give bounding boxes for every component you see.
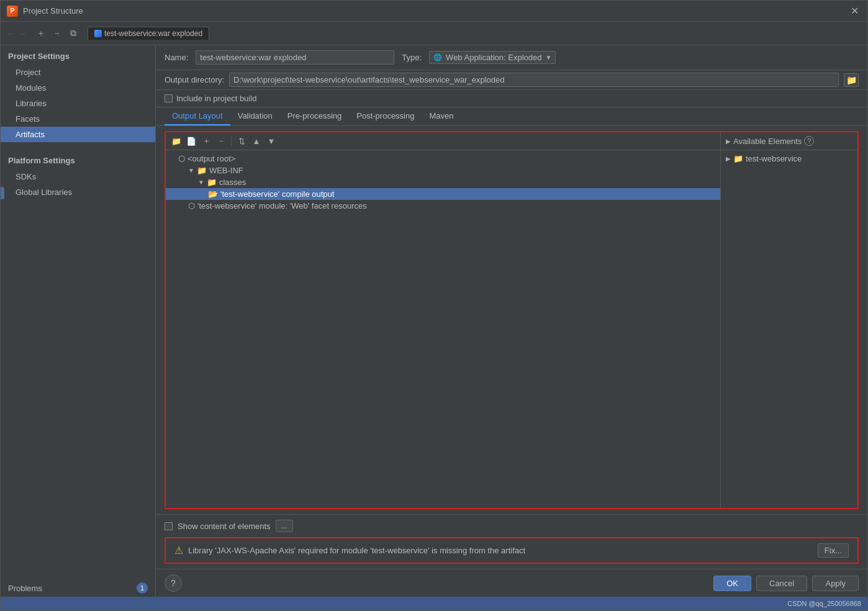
type-select[interactable]: 🌐 Web Application: Exploded ▼ [429,51,556,64]
tab-maven[interactable]: Maven [422,107,461,125]
available-help-icon[interactable]: ? [804,136,814,146]
output-layout-panel: 📁 📄 ＋ － ⇅ ▲ ▼ ⬡ <output root> [165,131,859,509]
sidebar-item-problems[interactable]: Problems 1 [1,579,155,597]
tab-preprocessing[interactable]: Pre-processing [280,107,349,125]
include-label: Include in project build [176,94,256,103]
platform-settings-title: Platform Settings [1,150,155,169]
type-value: Web Application: Exploded [446,53,541,62]
sidebar-item-libraries[interactable]: Libraries [1,96,155,111]
copy-artifact-button[interactable]: ⧉ [66,27,80,40]
type-icon: 🌐 [433,53,442,61]
toolbar-divider [231,136,232,146]
remove-artifact-button[interactable]: － [50,27,64,40]
center-panel: Name: Type: 🌐 Web Application: Exploded … [156,45,867,597]
help-question-container: ? [165,574,708,592]
warning-bar: ⚠ Library 'JAX-WS-Apache Axis' required … [165,537,859,564]
available-expand-arrow: ▶ [726,138,731,145]
show-content-checkbox[interactable] [165,522,173,530]
name-label: Name: [165,53,188,62]
status-bar: CSDN @qq_250056868 [1,597,867,610]
sub-tabs: Output Layout Validation Pre-processing … [156,107,867,126]
output-root-icon: ⬡ [178,154,185,163]
classes-expand: ▼ [198,179,204,186]
output-dir-input[interactable] [229,73,839,87]
web-inf-icon: 📁 [197,166,207,175]
artifact-tab-bar: ← → ＋ － ⧉ test-webservice:war exploded [1,22,867,45]
browse-output-dir-button[interactable]: 📁 [844,73,859,87]
output-root-label: <output root> [188,154,235,163]
sidebar-item-modules[interactable]: Modules [1,80,155,96]
warning-text: Library 'JAX-WS-Apache Axis' required fo… [188,546,813,555]
tree-node-output-root[interactable]: ⬡ <output root> [166,153,720,165]
facet-resources-icon: ⬡ [188,201,195,210]
name-type-row: Name: Type: 🌐 Web Application: Exploded … [156,45,867,70]
available-header-label: Available Elements [733,137,802,146]
apply-button[interactable]: Apply [812,576,859,591]
left-notch [1,187,4,199]
app-icon: P [7,6,18,17]
title-bar: P Project Structure ✕ [1,1,867,22]
include-checkbox[interactable] [165,94,173,102]
project-settings-title: Project Settings [1,45,155,65]
tree-content: ⬡ <output root> ▼ 📁 WEB-INF ▼ 📁 [166,150,720,508]
sidebar-item-project[interactable]: Project [1,65,155,80]
tree-btn-remove[interactable]: － [214,135,228,147]
help-button[interactable]: ? [165,574,182,592]
close-button[interactable]: ✕ [848,4,861,18]
tree-toolbar: 📁 📄 ＋ － ⇅ ▲ ▼ [166,132,720,150]
cancel-button[interactable]: Cancel [756,576,807,591]
tab-output-layout[interactable]: Output Layout [165,107,230,125]
include-row: Include in project build [156,90,867,107]
available-item-arrow: ▶ [726,155,731,162]
tree-node-compile-output[interactable]: 📂 'test-webservice' compile output [166,188,720,200]
show-content-label: Show content of elements [178,522,271,531]
classes-label: classes [219,178,246,187]
action-bar: ? OK Cancel Apply [156,569,867,597]
sidebar-item-facets[interactable]: Facets [1,111,155,127]
fix-button[interactable]: Fix... [818,543,849,558]
artifact-tab[interactable]: test-webservice:war exploded [88,27,209,40]
web-inf-expand: ▼ [188,167,194,174]
sidebar: Project Settings Project Modules Librari… [1,45,156,597]
tree-btn-folder[interactable]: 📁 [170,135,183,147]
bottom-options: Show content of elements ... [156,514,867,537]
type-dropdown-arrow: ▼ [546,54,552,61]
sidebar-item-global-libraries[interactable]: Global Libraries [1,184,155,200]
add-artifact-button[interactable]: ＋ [34,27,48,40]
window-title: Project Structure [23,6,83,16]
status-text: CSDN @qq_250056868 [787,600,861,607]
forward-arrow[interactable]: → [18,29,27,38]
main-content: Project Settings Project Modules Librari… [1,45,867,597]
dialog-window: P Project Structure ✕ ← → ＋ － ⧉ test-web… [0,0,868,611]
available-item-icon: 📁 [733,154,743,163]
web-inf-label: WEB-INF [209,166,243,175]
available-item-label: test-webservice [746,154,802,163]
artifact-tab-label: test-webservice:war exploded [104,29,202,38]
tree-panel: 📁 📄 ＋ － ⇅ ▲ ▼ ⬡ <output root> [166,132,721,508]
show-content-btn[interactable]: ... [276,520,293,532]
available-header: ▶ Available Elements ? [721,132,857,150]
available-item-test-webservice[interactable]: ▶ 📁 test-webservice [721,153,857,165]
warning-icon: ⚠ [174,545,183,556]
compile-output-label: 'test-webservice' compile output [220,189,334,199]
tree-node-web-inf[interactable]: ▼ 📁 WEB-INF [166,165,720,176]
tree-btn-sort[interactable]: ⇅ [235,135,248,147]
tree-node-facet-resources[interactable]: ⬡ 'test-webservice' module: 'Web' facet … [166,200,720,212]
problems-badge: 1 [137,582,148,594]
sidebar-item-artifacts[interactable]: Artifacts [1,127,155,142]
tree-btn-down[interactable]: ▼ [264,135,278,147]
tree-btn-file[interactable]: 📄 [184,135,198,147]
tab-color-dot [94,30,102,37]
tab-validation[interactable]: Validation [230,107,280,125]
title-bar-left: P Project Structure [7,6,83,17]
name-input[interactable] [196,50,394,65]
tab-postprocessing[interactable]: Post-processing [349,107,422,125]
output-dir-label: Output directory: [165,75,224,84]
tree-btn-up[interactable]: ▲ [250,135,263,147]
compile-output-icon: 📂 [208,189,218,199]
ok-button[interactable]: OK [713,576,751,591]
tree-node-classes[interactable]: ▼ 📁 classes [166,176,720,188]
back-arrow[interactable]: ← [7,29,16,38]
sidebar-item-sdks[interactable]: SDKs [1,169,155,184]
tree-btn-add[interactable]: ＋ [199,135,213,147]
